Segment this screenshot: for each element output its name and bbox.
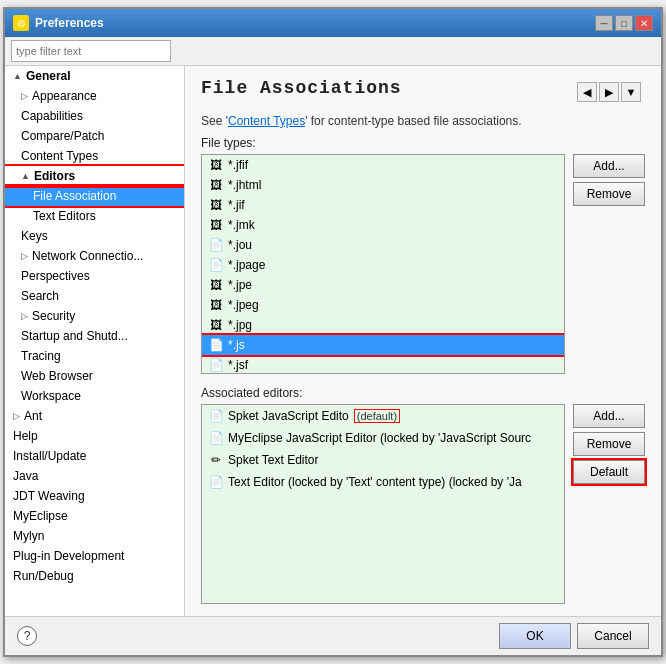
file-icon: 🖼 — [208, 178, 224, 192]
sidebar-item-text-editors[interactable]: Text Editors — [5, 206, 184, 226]
associated-editors-list[interactable]: 📄 Spket JavaScript Edito (default) 📄 MyE… — [201, 404, 565, 604]
list-item[interactable]: 📄*.jsf — [202, 355, 564, 374]
minimize-button[interactable]: ─ — [595, 15, 613, 31]
sidebar-item-label: Appearance — [32, 89, 97, 103]
bottom-bar: ? OK Cancel — [5, 616, 661, 655]
file-type-name: *.jsf — [228, 358, 248, 372]
sidebar-item-label: Ant — [24, 409, 42, 423]
list-item[interactable]: 📄*.jpage — [202, 255, 564, 275]
sidebar-item-tracing[interactable]: Tracing — [5, 346, 184, 366]
file-type-name: *.jif — [228, 198, 245, 212]
content-types-link[interactable]: Content Types — [228, 114, 305, 128]
sidebar-item-perspectives[interactable]: Perspectives — [5, 266, 184, 286]
toolbar — [5, 37, 661, 66]
sidebar-item-web-browser[interactable]: Web Browser — [5, 366, 184, 386]
editor-icon: 📄 — [208, 409, 224, 423]
associated-editors-container: 📄 Spket JavaScript Edito (default) 📄 MyE… — [201, 404, 645, 604]
sidebar-item-appearance[interactable]: ▷ Appearance — [5, 86, 184, 106]
editor-name: Text Editor (locked by 'Text' content ty… — [228, 475, 522, 489]
sidebar-item-plugin-dev[interactable]: Plug-in Development — [5, 546, 184, 566]
cancel-button[interactable]: Cancel — [577, 623, 649, 649]
file-types-list[interactable]: 🖼*.jfif 🖼*.jhtml 🖼*.jif 🖼*.jmk 📄*.jou 📄*… — [201, 154, 565, 374]
arrow-icon: ▷ — [21, 251, 28, 261]
list-item[interactable]: 🖼*.jpe — [202, 275, 564, 295]
sidebar-item-run-debug[interactable]: Run/Debug — [5, 566, 184, 586]
sidebar-item-startup[interactable]: Startup and Shutd... — [5, 326, 184, 346]
assoc-item-myeclipse-js[interactable]: 📄 MyEclipse JavaScript Editor (locked by… — [202, 427, 564, 449]
sidebar-item-label: MyEclipse — [13, 509, 68, 523]
sidebar-item-workspace[interactable]: Workspace — [5, 386, 184, 406]
editor-icon: 📄 — [208, 475, 224, 489]
sidebar-item-search[interactable]: Search — [5, 286, 184, 306]
app-icon: ⚙ — [13, 15, 29, 31]
file-type-name: *.jpe — [228, 278, 252, 292]
sidebar-item-ant[interactable]: ▷ Ant — [5, 406, 184, 426]
sidebar-item-editors[interactable]: ▲ Editors — [5, 166, 184, 186]
file-type-name: *.jfif — [228, 158, 248, 172]
sidebar-item-label: Editors — [34, 169, 75, 183]
file-type-name: *.jpg — [228, 318, 252, 332]
list-item[interactable]: 🖼*.jpg — [202, 315, 564, 335]
sidebar-item-myeclipse[interactable]: MyEclipse — [5, 506, 184, 526]
filter-input[interactable] — [11, 40, 171, 62]
main-panel: File Associations ◀ ▶ ▼ See 'Content Typ… — [185, 66, 661, 616]
assoc-add-button[interactable]: Add... — [573, 404, 645, 428]
default-badge: (default) — [355, 410, 399, 422]
sidebar-item-label: Run/Debug — [13, 569, 74, 583]
sidebar-item-label: JDT Weaving — [13, 489, 85, 503]
sidebar-item-mylyn[interactable]: Mylyn — [5, 526, 184, 546]
file-types-add-button[interactable]: Add... — [573, 154, 645, 178]
sidebar-item-label: Plug-in Development — [13, 549, 124, 563]
file-type-name: *.jpeg — [228, 298, 259, 312]
assoc-item-spket-text[interactable]: ✏ Spket Text Editor — [202, 449, 564, 471]
sidebar-item-install-update[interactable]: Install/Update — [5, 446, 184, 466]
sidebar-item-help[interactable]: Help — [5, 426, 184, 446]
help-button[interactable]: ? — [17, 626, 37, 646]
sidebar-item-label: Content Types — [21, 149, 98, 163]
arrow-icon: ▲ — [13, 71, 22, 81]
nav-back-button[interactable]: ◀ — [577, 82, 597, 102]
list-item[interactable]: 🖼*.jhtml — [202, 175, 564, 195]
nav-dropdown-button[interactable]: ▼ — [621, 82, 641, 102]
sidebar-item-capabilities[interactable]: Capabilities — [5, 106, 184, 126]
maximize-button[interactable]: □ — [615, 15, 633, 31]
titlebar-title: Preferences — [35, 16, 104, 30]
arrow-icon: ▷ — [13, 411, 20, 421]
sidebar-item-security[interactable]: ▷ Security — [5, 306, 184, 326]
assoc-item-text-editor[interactable]: 📄 Text Editor (locked by 'Text' content … — [202, 471, 564, 493]
sidebar-item-compare-patch[interactable]: Compare/Patch — [5, 126, 184, 146]
sidebar-item-keys[interactable]: Keys — [5, 226, 184, 246]
list-item[interactable]: 📄*.jou — [202, 235, 564, 255]
assoc-buttons: Add... Remove Default — [573, 404, 645, 604]
assoc-remove-button[interactable]: Remove — [573, 432, 645, 456]
arrow-icon: ▷ — [21, 311, 28, 321]
sidebar-item-label: Workspace — [21, 389, 81, 403]
sidebar-item-java[interactable]: Java — [5, 466, 184, 486]
titlebar: ⚙ Preferences ─ □ ✕ — [5, 9, 661, 37]
ok-button[interactable]: OK — [499, 623, 571, 649]
file-types-container: 🖼*.jfif 🖼*.jhtml 🖼*.jif 🖼*.jmk 📄*.jou 📄*… — [201, 154, 645, 374]
list-item[interactable]: 🖼*.jif — [202, 195, 564, 215]
assoc-item-spket-js[interactable]: 📄 Spket JavaScript Edito (default) — [202, 405, 564, 427]
assoc-default-button[interactable]: Default — [573, 460, 645, 484]
file-icon: 🖼 — [208, 318, 224, 332]
nav-forward-button[interactable]: ▶ — [599, 82, 619, 102]
file-icon: 📄 — [208, 358, 224, 372]
sidebar-item-jdt-weaving[interactable]: JDT Weaving — [5, 486, 184, 506]
sidebar-item-network[interactable]: ▷ Network Connectio... — [5, 246, 184, 266]
sidebar: ▲ General ▷ Appearance Capabilities Comp… — [5, 66, 185, 616]
list-item[interactable]: 🖼*.jpeg — [202, 295, 564, 315]
close-button[interactable]: ✕ — [635, 15, 653, 31]
list-item[interactable]: 🖼*.jmk — [202, 215, 564, 235]
sidebar-item-content-types[interactable]: Content Types — [5, 146, 184, 166]
file-types-remove-button[interactable]: Remove — [573, 182, 645, 206]
list-item[interactable]: 🖼*.jfif — [202, 155, 564, 175]
sidebar-item-label: Java — [13, 469, 38, 483]
description: See 'Content Types' for content-type bas… — [201, 114, 645, 128]
list-item-js[interactable]: 📄*.js — [202, 335, 564, 355]
sidebar-item-file-association[interactable]: File Association — [5, 186, 184, 206]
page-title: File Associations — [201, 78, 402, 98]
sidebar-item-general[interactable]: ▲ General — [5, 66, 184, 86]
nav-arrows: ◀ ▶ ▼ — [577, 82, 641, 102]
sidebar-item-label: Search — [21, 289, 59, 303]
